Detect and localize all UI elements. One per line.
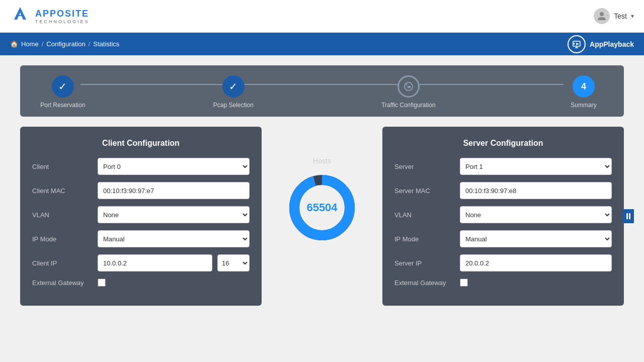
server-field-row: Server Port 1 [394,158,612,175]
main-content: ✓ Port Reservation ✓ Pcap Selection Traf… [0,55,644,316]
step-1-label: Port Reservation [40,102,85,109]
client-ip-mode-field-row: IP Mode Manual [32,230,250,247]
client-prefix-select[interactable]: 16 [217,254,250,272]
svg-point-0 [600,12,604,16]
server-label: Server [394,163,455,170]
server-vlan-select[interactable]: None [460,206,612,223]
client-label: Client [32,163,93,170]
client-external-gateway-checkbox[interactable] [98,279,106,287]
server-ip-mode-field-row: IP Mode Manual [394,230,612,247]
client-ip-field-row: Client IP 16 [32,254,250,272]
server-external-gateway-row: External Gateway [394,279,612,287]
step-port-reservation[interactable]: ✓ Port Reservation [40,75,85,109]
server-vlan-label: VLAN [394,211,455,219]
hosts-value: 65504 [306,201,337,214]
client-ip-label: Client IP [32,259,93,267]
client-field-row: Client Port 0 [32,158,250,175]
breadcrumb-sep-1: / [42,40,44,48]
breadcrumb-configuration[interactable]: Configuration [46,40,85,48]
client-mac-input[interactable] [98,182,250,199]
server-mac-label: Server MAC [394,187,455,195]
user-menu[interactable]: Test ▾ [594,8,634,24]
step-2-label: Pcap Selection [213,102,254,109]
client-ip-mode-select[interactable]: Manual [98,230,250,247]
breadcrumb-statistics: Statistics [93,40,119,48]
header: APPOSITE TECHNOLOGIES Test ▾ [0,0,644,33]
client-external-gateway-row: External Gateway [32,279,250,287]
server-mac-input[interactable] [460,182,612,199]
server-mac-field-row: Server MAC [394,182,612,199]
user-chevron-icon: ▾ [631,13,634,20]
client-config-panel: Client Configuration Client Port 0 Clien… [20,127,262,306]
wizard-line [80,84,564,85]
logo-icon [10,5,30,28]
svg-rect-6 [626,213,628,219]
client-mac-field-row: Client MAC [32,182,250,199]
step-3-label: Traffic Configuration [381,102,435,109]
step-summary[interactable]: 4 Summary [564,75,604,109]
step-traffic-configuration[interactable]: Traffic Configuration [381,75,435,109]
step-pcap-selection[interactable]: ✓ Pcap Selection [213,75,254,109]
client-vlan-field-row: VLAN None [32,206,250,223]
logo-text: APPOSITE TECHNOLOGIES [35,9,90,24]
user-name: Test [614,12,627,20]
appplayback-button[interactable]: AppPlayback [568,35,634,53]
client-external-gateway-label: External Gateway [32,279,93,287]
step-4-label: Summary [571,102,596,109]
svg-rect-7 [629,213,630,219]
server-external-gateway-label: External Gateway [394,279,455,287]
wizard-steps: ✓ Port Reservation ✓ Pcap Selection Traf… [20,65,624,117]
svg-point-3 [406,84,407,85]
appplayback-label: AppPlayback [590,40,634,48]
client-ip-mode-label: IP Mode [32,235,93,243]
step-4-circle: 4 [573,75,595,98]
svg-point-2 [574,43,575,44]
server-config-title: Server Configuration [394,139,612,148]
client-config-title: Client Configuration [32,139,250,148]
server-ip-mode-select[interactable]: Manual [460,230,612,247]
step-3-circle [397,75,420,98]
home-icon: 🏠 [10,40,18,48]
client-vlan-select[interactable]: None [98,206,250,223]
server-external-gateway-checkbox[interactable] [460,279,468,287]
config-row: Client Configuration Client Port 0 Clien… [20,127,624,306]
client-select[interactable]: Port 0 [98,158,250,175]
logo-subtitle: TECHNOLOGIES [35,19,90,24]
hosts-label: Hosts [313,157,331,165]
breadcrumb-sep-2: / [89,40,91,48]
client-ip-input[interactable] [98,254,212,272]
appplayback-icon [568,35,586,53]
user-avatar [594,8,610,24]
breadcrumb-home[interactable]: Home [21,40,39,48]
navbar: 🏠 Home / Configuration / Statistics AppP… [0,33,644,55]
hosts-donut: 65504 [284,170,360,245]
client-vlan-label: VLAN [32,211,93,219]
step-1-circle: ✓ [52,75,74,98]
breadcrumb: 🏠 Home / Configuration / Statistics [10,40,119,48]
server-vlan-field-row: VLAN None [394,206,612,223]
scroll-indicator[interactable] [623,209,634,223]
step-2-circle: ✓ [222,75,245,98]
logo-area: APPOSITE TECHNOLOGIES [10,5,90,28]
server-ip-input[interactable] [460,254,612,272]
hosts-section: Hosts 65504 [272,127,372,306]
server-ip-label: Server IP [394,259,455,267]
server-select[interactable]: Port 1 [460,158,612,175]
server-ip-mode-label: IP Mode [394,235,455,243]
server-ip-field-row: Server IP [394,254,612,272]
server-config-panel: Server Configuration Server Port 1 Serve… [382,127,624,306]
logo-title: APPOSITE [35,9,90,19]
client-mac-label: Client MAC [32,187,93,195]
